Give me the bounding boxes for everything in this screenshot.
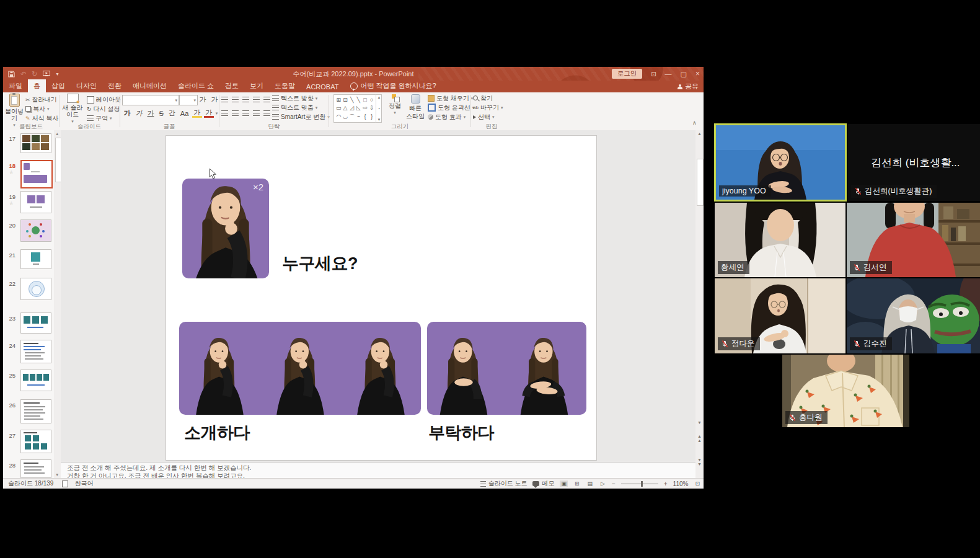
video-tile-jiyoung-yoo[interactable]: jiyoung YOO (714, 123, 847, 202)
save-icon[interactable] (8, 71, 15, 78)
video-tile-hong-dawon[interactable]: 홍다원 (782, 355, 909, 427)
grow-font-button[interactable]: 가 (198, 95, 208, 104)
smartart-button[interactable]: SmartArt로 변환▾ (272, 112, 330, 122)
slide-thumbnail-28[interactable] (20, 459, 51, 478)
zoom-slider[interactable] (621, 484, 658, 484)
tab-view[interactable]: 보기 (244, 79, 269, 92)
strikethrough-button[interactable]: S (157, 110, 165, 117)
tab-design[interactable]: 디자인 (71, 79, 102, 92)
zoom-in-button[interactable]: + (664, 480, 668, 487)
shape-gallery-scroll[interactable]: ▲▪▼ (376, 94, 382, 123)
slide-question-text[interactable]: 누구세요? (282, 252, 358, 275)
spellcheck-icon[interactable] (62, 480, 68, 487)
undo-icon[interactable]: ↶ (20, 70, 26, 78)
arrange-button[interactable]: 정렬▾ (386, 94, 404, 115)
tab-animations[interactable]: 애니메이션 (127, 79, 172, 92)
sign-image-single[interactable]: ×2 (182, 179, 269, 278)
video-tile-jung-daun[interactable]: 정다운 (715, 278, 845, 353)
tab-transitions[interactable]: 전환 (102, 79, 127, 92)
numbering-icon[interactable] (232, 97, 239, 102)
shape-fill-button[interactable]: 도형 채우기▾ (428, 94, 473, 103)
slide-canvas[interactable]: ×2 누구세요? 소개하다 부탁하다 (166, 136, 596, 460)
slideshow-view-button[interactable]: ▷ (599, 480, 606, 487)
collapse-ribbon-button[interactable]: ∧ (692, 120, 697, 126)
caption-request[interactable]: 부탁하다 (428, 422, 494, 444)
reset-button[interactable]: ↻다시 설정 (87, 104, 120, 113)
sign-image-introduce[interactable] (179, 322, 421, 415)
next-slide-button[interactable]: ▼▼ (697, 458, 702, 466)
video-tile-kim-seoyeon[interactable]: 김서연 (847, 203, 980, 277)
slide-thumbnail-27[interactable] (20, 430, 51, 453)
font-size-dropdown[interactable]: ▾ (179, 95, 198, 105)
shape-gallery[interactable]: ⊞⊡╲╲□○ ▭△◿◺⇨⇩ ◠◡⌒~{} (333, 94, 382, 123)
justify-icon[interactable] (253, 110, 260, 116)
fit-slide-button[interactable]: ⊡ (694, 480, 701, 487)
normal-view-button[interactable]: ▣ (560, 480, 568, 487)
section-button[interactable]: 구역▾ (87, 113, 112, 123)
text-direction-button[interactable]: 텍스트 방향▾ (272, 94, 317, 103)
line-spacing-icon[interactable] (263, 97, 270, 102)
scroll-down-icon[interactable]: ▼ (697, 420, 702, 425)
slide-thumbnail-21[interactable] (20, 249, 51, 269)
tab-insert[interactable]: 삽입 (46, 79, 71, 92)
slide-thumbnail-17[interactable] (20, 133, 51, 153)
tab-review[interactable]: 검토 (219, 79, 244, 92)
tab-home[interactable]: 홈 (28, 79, 46, 92)
video-tile-kim-sunhee[interactable]: 김선희 (비호생활... 김선희(비호생활관) (848, 124, 980, 201)
shrink-font-button[interactable]: 가 (210, 95, 219, 104)
slide-thumbnail-25[interactable] (20, 370, 51, 391)
reading-view-button[interactable]: ▤ (586, 480, 594, 487)
slide-thumbnail-26[interactable] (20, 399, 51, 423)
font-color-button[interactable]: 가 (204, 109, 214, 118)
start-slideshow-icon[interactable] (43, 71, 50, 77)
slide-thumbnail-18-selected[interactable] (20, 160, 53, 188)
align-left-icon[interactable] (221, 110, 228, 116)
slide-sorter-view-button[interactable]: ⊞ (573, 480, 581, 487)
notes-pane[interactable]: 조금 전 소개 해 주셨는데요. 제 소개를 다시 한번 해 보겠습니다. 거창… (61, 462, 695, 478)
font-name-dropdown[interactable]: ▾ (122, 95, 179, 105)
copy-button[interactable]: 복사▾ (25, 104, 50, 113)
video-tile-kim-sujin[interactable]: 김수진 (847, 278, 980, 353)
highlight-color-button[interactable]: 가 (192, 109, 202, 118)
quick-styles-button[interactable]: 빠른스타일 (405, 94, 425, 120)
char-spacing-button[interactable]: 간 (167, 108, 177, 118)
tab-slideshow[interactable]: 슬라이드 쇼 (172, 79, 219, 92)
align-text-button[interactable]: 텍스트 맞춤▾ (272, 103, 317, 112)
restore-button[interactable]: ▢ (681, 70, 687, 78)
previous-slide-button[interactable]: ▲▲ (697, 434, 702, 443)
zoom-level[interactable]: 110% (673, 480, 689, 487)
login-button[interactable]: 로그인 (612, 69, 643, 79)
underline-button[interactable]: 가 (146, 108, 156, 118)
thumbnail-scrollbar[interactable]: ▲ ▼ (54, 130, 61, 478)
replace-button[interactable]: ab바꾸기▾ (473, 103, 503, 112)
cut-button[interactable]: ✂잘라내기 (25, 95, 57, 104)
video-tile-hwang-seyeon[interactable]: 황세연 (715, 203, 845, 277)
close-button[interactable]: × (695, 69, 700, 78)
slide-thumbnail-22[interactable] (20, 278, 51, 300)
italic-button[interactable]: 가 (134, 108, 144, 118)
bold-button[interactable]: 가 (122, 108, 132, 118)
language-indicator[interactable]: 한국어 (74, 479, 93, 488)
minimize-button[interactable]: — (665, 70, 672, 78)
slide-thumbnail-20[interactable] (20, 219, 51, 242)
tab-acrobat[interactable]: ACROBAT (301, 81, 344, 92)
format-painter-button[interactable]: ✎서식 복사 (25, 113, 58, 123)
shape-outline-button[interactable]: 도형 윤곽선▾ (428, 103, 474, 112)
align-right-icon[interactable] (242, 110, 249, 116)
decrease-indent-icon[interactable] (242, 97, 249, 102)
zoom-slider-knob[interactable] (641, 481, 643, 487)
sign-image-request[interactable] (427, 322, 586, 415)
share-button[interactable]: 공유 (678, 82, 699, 91)
caption-introduce[interactable]: 소개하다 (184, 422, 250, 444)
tab-file[interactable]: 파일 (3, 79, 28, 92)
editor-scrollbar[interactable]: ▲ ▼ ▲▲ ▼▼ (695, 130, 704, 478)
find-button[interactable]: 찾기 (473, 94, 493, 103)
ribbon-display-options-icon[interactable]: ⊡ (651, 71, 656, 78)
scroll-down-icon[interactable]: ▼ (55, 472, 59, 477)
notes-toggle-button[interactable]: 슬라이드 노트 (480, 479, 528, 488)
bullets-icon[interactable] (221, 97, 228, 102)
increase-indent-icon[interactable] (253, 97, 260, 102)
scroll-up-icon[interactable]: ▲ (697, 131, 702, 136)
slide-thumbnail-24[interactable] (20, 340, 51, 363)
scroll-up-icon[interactable]: ▲ (55, 131, 59, 136)
